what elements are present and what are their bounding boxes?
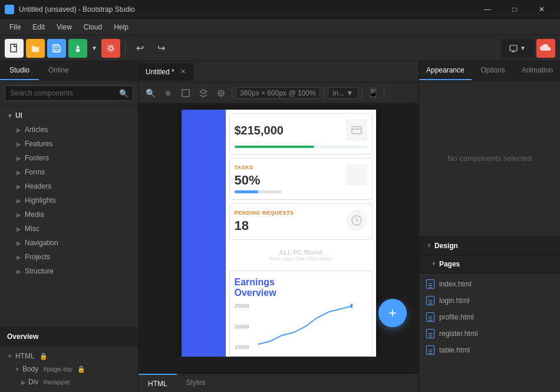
card-icon [346, 164, 367, 186]
overview-item-body[interactable]: ▼ Body #page-top 🔒 [0, 363, 138, 375]
tree-item-label: Features [25, 140, 52, 148]
page-file-icon [426, 296, 434, 305]
bottom-tab-html[interactable]: HTML [139, 374, 177, 392]
close-button[interactable]: ✕ [528, 0, 555, 19]
tree-section-ui[interactable]: ▼ UI [0, 108, 138, 123]
canvas-size-info[interactable]: 360px × 600px @ 100% [236, 87, 320, 99]
fit-button[interactable] [179, 86, 193, 100]
tab-appearance[interactable]: Appearance [419, 61, 472, 80]
tab-studio[interactable]: Studio [0, 61, 39, 80]
zoom-in-button[interactable]: ⊕ [161, 86, 175, 100]
tab-animation[interactable]: Animation [515, 61, 560, 80]
tab-options[interactable]: Options [472, 61, 515, 80]
tree-item-features[interactable]: ▶ Features [0, 137, 138, 151]
body-tag: #page-top [43, 365, 73, 373]
fab-button[interactable]: + [378, 299, 407, 327]
tree-item-structure[interactable]: ▶ Structure [0, 264, 138, 278]
page-item-profile[interactable]: profile.html [419, 309, 560, 325]
tree-item-footers[interactable]: ▶ Footers [0, 151, 138, 165]
save-button[interactable] [47, 39, 66, 58]
new-button[interactable] [5, 39, 24, 58]
redo-button[interactable]: ↪ [151, 39, 170, 58]
grid-button[interactable] [214, 86, 228, 100]
open-button[interactable] [26, 39, 45, 58]
card-main-value: $215,000 [235, 124, 284, 137]
toolbar-sep3 [362, 87, 363, 99]
app-icon [5, 5, 14, 14]
toolbar-right: ▼ [501, 39, 555, 58]
watermark: ALL PC World Free Apps One Click Away [269, 249, 332, 262]
overview-item-html[interactable]: ▼ HTML 🔒 [0, 350, 138, 363]
lock-icon: 🔒 [39, 353, 48, 360]
lock-icon: 🔒 [77, 365, 85, 373]
toolbar: ▼ ↩ ↪ ▼ [0, 35, 560, 61]
page-item-index[interactable]: index.html [419, 276, 560, 292]
tree-item-media[interactable]: ▶ Media [0, 207, 138, 222]
tree-item-label: Structure [25, 267, 54, 275]
tree-item-articles[interactable]: ▶ Articles [0, 123, 138, 137]
no-selection-message: No components selected [419, 81, 560, 236]
design-panel: ▼ Design ▼ Pages index.html login.html p [419, 236, 560, 393]
card-row: TASKS 50% [235, 164, 367, 193]
overview-item-div[interactable]: ▶ Div #wrapper [0, 375, 138, 388]
mobile-view-button[interactable]: 📱 [366, 86, 380, 100]
menu-edit[interactable]: Edit [28, 21, 50, 34]
publish-button[interactable] [68, 39, 87, 58]
canvas-tabs: Untitled * ✕ [139, 61, 419, 83]
preview-button[interactable]: ▼ [501, 39, 534, 58]
arrow-icon: ▶ [17, 240, 21, 246]
menu-cloud[interactable]: Cloud [79, 21, 107, 34]
layers-button[interactable] [196, 86, 210, 100]
tree-item-headers[interactable]: ▶ Headers [0, 179, 138, 193]
overview-header: Overview [0, 328, 138, 346]
svg-point-0 [6, 6, 12, 12]
tab-online[interactable]: Online [39, 61, 78, 80]
toolbar-sep4 [384, 87, 384, 99]
search-icon: 🔍 [119, 89, 129, 98]
publish-dropdown[interactable]: ▼ [90, 39, 99, 58]
menu-file[interactable]: File [5, 21, 25, 34]
svg-rect-3 [55, 45, 58, 47]
settings-button[interactable] [101, 39, 120, 58]
page-item-register[interactable]: register.html [419, 325, 560, 342]
tree-item-misc[interactable]: ▶ Misc [0, 222, 138, 236]
card-value-area: $215,000 [235, 124, 284, 137]
canvas-tab-label: Untitled * [146, 68, 174, 76]
page-item-login[interactable]: login.html [419, 292, 560, 309]
minimize-button[interactable]: — [474, 0, 501, 19]
page-item-table[interactable]: table.html [419, 342, 560, 358]
maximize-button[interactable]: □ [501, 0, 528, 19]
undo-button[interactable]: ↩ [130, 39, 149, 58]
tree-item-label: Headers [25, 182, 51, 190]
canvas-frame-wrapper: $215,000 [139, 104, 419, 357]
menu-view[interactable]: View [52, 21, 77, 34]
tree-item-projects[interactable]: ▶ Projects [0, 250, 138, 264]
page-name: login.html [439, 297, 469, 305]
zoom-out-button[interactable]: 🔍 [143, 86, 157, 100]
close-tab-icon[interactable]: ✕ [180, 68, 186, 75]
svg-rect-6 [510, 45, 517, 51]
arrow-icon: ▼ [431, 261, 437, 267]
svg-rect-4 [76, 49, 80, 52]
titlebar: Untitled (unsaved) - Bootstrap Studio — … [0, 0, 560, 19]
cloud-button[interactable] [536, 39, 555, 58]
body-label: Body [22, 365, 38, 373]
arrow-icon: ▼ [426, 242, 432, 249]
arrow-icon: ▶ [17, 155, 21, 162]
search-input[interactable] [5, 85, 133, 101]
chart-svg [258, 303, 353, 350]
view-mode-button[interactable]: in... ▼ [328, 87, 359, 99]
main-layout: Studio Online 🔍 ▼ UI ▶ Articles ▶ Featur… [0, 61, 560, 392]
chart-container: 25000 20000 15000 [235, 303, 367, 350]
design-section-header[interactable]: ▼ Design [419, 237, 560, 255]
pages-section-header[interactable]: ▼ Pages [419, 255, 560, 274]
bottom-tab-styles[interactable]: Styles [177, 374, 215, 392]
tree-item-highlights[interactable]: ▶ Highlights [0, 193, 138, 207]
menu-help[interactable]: Help [109, 21, 133, 34]
tree-item-forms[interactable]: ▶ Forms [0, 165, 138, 179]
tree-item-navigation[interactable]: ▶ Navigation [0, 236, 138, 250]
arrow-icon: ▶ [17, 169, 21, 176]
canvas-tab-untitled[interactable]: Untitled * ✕ [139, 63, 193, 81]
left-panel: Studio Online 🔍 ▼ UI ▶ Articles ▶ Featur… [0, 61, 139, 392]
canvas-scroll[interactable]: $215,000 [139, 104, 419, 373]
